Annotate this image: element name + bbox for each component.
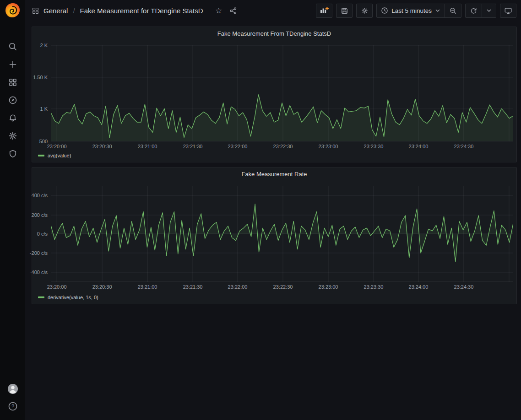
sidebar-item-dashboards[interactable] xyxy=(7,77,18,88)
panel-fake-measurement-rate: Fake Measurement Rate 400 c/s200 c/s0 c/… xyxy=(32,167,517,304)
x-axis-labels: 23:20:0023:20:3023:21:0023:21:3023:22:00… xyxy=(51,284,513,290)
x-tick-label: 23:23:30 xyxy=(364,144,384,149)
refresh-icon xyxy=(470,7,478,15)
x-tick-label: 23:24:30 xyxy=(454,144,474,149)
x-tick-label: 23:22:30 xyxy=(273,284,293,290)
save-dashboard-button[interactable] xyxy=(336,4,353,18)
share-icon xyxy=(229,7,237,15)
timeseries-plot: 400 c/s200 c/s0 c/s-200 c/s-400 c/s 23:2… xyxy=(51,186,513,282)
zoom-out-icon xyxy=(449,7,457,15)
y-tick-label: 0 c/s xyxy=(37,231,48,237)
x-tick-label: 23:24:00 xyxy=(409,284,429,290)
refresh-interval-dropdown[interactable] xyxy=(482,4,496,17)
sidebar: ? xyxy=(0,0,25,420)
x-tick-label: 23:23:00 xyxy=(319,144,338,149)
compass-icon xyxy=(8,95,18,105)
breadcrumb-dashboards-link[interactable]: General xyxy=(43,7,68,15)
x-axis-labels: 23:20:0023:20:3023:21:0023:21:3023:22:00… xyxy=(51,144,513,150)
y-tick-label: 200 c/s xyxy=(32,212,48,218)
topbar: General / Fake Measurement for TDengine … xyxy=(25,0,521,21)
legend-series-label: avg(value) xyxy=(48,153,71,158)
search-icon xyxy=(8,42,18,52)
bell-icon xyxy=(8,113,18,123)
sidebar-bottom: ? xyxy=(0,383,25,412)
x-tick-label: 23:20:30 xyxy=(92,144,112,149)
x-tick-label: 23:24:00 xyxy=(409,144,429,149)
chevron-down-icon xyxy=(435,8,440,13)
breadcrumb: General / Fake Measurement for TDengine … xyxy=(32,5,239,16)
gear-icon xyxy=(361,7,369,15)
refresh-button[interactable] xyxy=(466,4,482,17)
panel-title[interactable]: Fake Measurement Rate xyxy=(32,167,516,178)
x-tick-label: 23:24:30 xyxy=(454,284,474,290)
dashboard-apps-icon xyxy=(32,7,39,15)
panel-title[interactable]: Fake Measurement From TDengine StatsD xyxy=(32,27,516,37)
star-icon: ☆ xyxy=(215,7,222,15)
sidebar-item-configuration[interactable] xyxy=(7,130,18,141)
x-tick-label: 23:23:00 xyxy=(319,284,338,290)
tv-monitor-icon xyxy=(504,7,512,15)
add-panel-button[interactable] xyxy=(316,4,332,18)
breadcrumb-actions: ☆ xyxy=(213,5,239,16)
save-icon xyxy=(341,7,348,15)
x-tick-label: 23:23:30 xyxy=(364,284,384,290)
sidebar-item-alerting[interactable] xyxy=(7,113,18,124)
svg-text:?: ? xyxy=(11,404,14,409)
legend-series-label: derivative(value, 1s, 0) xyxy=(48,295,98,300)
x-tick-label: 23:22:00 xyxy=(228,284,248,290)
time-range-group: Last 5 minutes xyxy=(376,4,461,18)
timeseries-plot: 2 K1.50 K1 K500 23:20:0023:20:3023:21:00… xyxy=(51,45,513,141)
avatar-icon xyxy=(7,383,18,395)
zoom-out-time-button[interactable] xyxy=(445,4,461,17)
page-title: Fake Measurement for TDengine StatsD xyxy=(80,7,203,15)
favorite-star-button[interactable]: ☆ xyxy=(213,5,225,16)
y-tick-label: -400 c/s xyxy=(30,269,48,275)
dashboard-settings-button[interactable] xyxy=(356,4,373,18)
plus-icon xyxy=(8,59,18,70)
legend-item[interactable]: derivative(value, 1s, 0) xyxy=(38,295,98,300)
timeseries-chart[interactable] xyxy=(51,186,513,282)
share-button[interactable] xyxy=(228,5,239,16)
y-tick-label: -200 c/s xyxy=(30,250,48,256)
cycle-view-mode-button[interactable] xyxy=(500,4,516,18)
x-tick-label: 23:21:00 xyxy=(138,144,157,149)
sidebar-nav xyxy=(0,41,25,159)
x-tick-label: 23:21:00 xyxy=(138,284,157,290)
sidebar-item-help[interactable]: ? xyxy=(7,401,18,412)
chevron-down-icon xyxy=(486,8,492,13)
grafana-logo-swirl xyxy=(5,3,20,17)
breadcrumb-separator: / xyxy=(72,7,76,15)
y-tick-label: 1 K xyxy=(40,106,48,112)
gear-icon xyxy=(8,131,18,141)
timeseries-chart[interactable] xyxy=(51,45,513,141)
x-tick-label: 23:21:30 xyxy=(183,284,203,290)
help-icon: ? xyxy=(7,401,18,412)
dashboard-toolbar: Last 5 minutes xyxy=(316,4,516,18)
sidebar-item-server-admin[interactable] xyxy=(7,148,18,159)
x-tick-label: 23:20:30 xyxy=(92,284,112,290)
sidebar-item-search[interactable] xyxy=(7,41,18,52)
x-tick-label: 23:22:30 xyxy=(273,144,293,149)
dashboard-canvas: Fake Measurement From TDengine StatsD 2 … xyxy=(32,27,517,304)
time-range-picker[interactable]: Last 5 minutes xyxy=(377,4,445,17)
clock-icon xyxy=(381,7,388,14)
refresh-group xyxy=(465,4,496,18)
legend-series-swatch xyxy=(38,296,44,298)
user-avatar[interactable] xyxy=(7,383,18,394)
y-tick-label: 1.50 K xyxy=(33,75,48,80)
y-tick-label: 500 xyxy=(39,139,48,144)
y-tick-label: 400 c/s xyxy=(32,193,48,198)
x-tick-label: 23:20:00 xyxy=(47,284,67,290)
panel-fake-measurement: Fake Measurement From TDengine StatsD 2 … xyxy=(32,27,517,162)
dashboards-grid-icon xyxy=(8,77,18,87)
shield-icon xyxy=(8,149,18,159)
x-tick-label: 23:20:00 xyxy=(47,144,67,149)
y-tick-label: 2 K xyxy=(40,43,48,48)
legend-series-swatch xyxy=(38,155,44,156)
sidebar-item-explore[interactable] xyxy=(7,95,18,106)
grafana-logo[interactable] xyxy=(5,3,20,17)
legend-item[interactable]: avg(value) xyxy=(38,153,71,158)
sidebar-item-create[interactable] xyxy=(7,59,18,70)
x-tick-label: 23:22:00 xyxy=(228,144,248,149)
add-panel-icon xyxy=(320,6,329,15)
